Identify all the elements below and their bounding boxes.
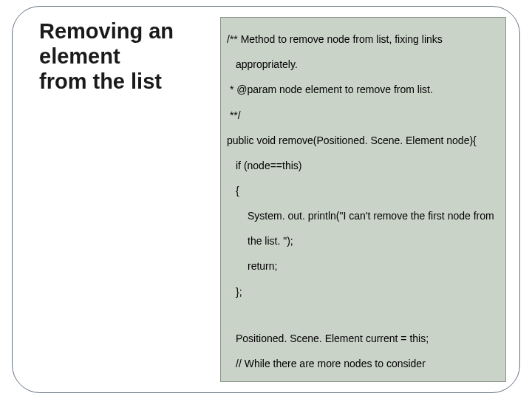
code-line: **/ bbox=[227, 109, 499, 122]
slide-frame: Removing an element from the list /** Me… bbox=[12, 6, 520, 393]
code-block: /** Method to remove node from list, fix… bbox=[227, 21, 499, 382]
code-line: * @param node element to remove from lis… bbox=[227, 83, 499, 96]
code-box: /** Method to remove node from list, fix… bbox=[220, 17, 506, 382]
content-row: Removing an element from the list /** Me… bbox=[26, 17, 506, 382]
code-line: /** Method to remove node from list, fix… bbox=[227, 33, 499, 46]
code-line: Positioned. Scene. Element current = thi… bbox=[227, 332, 499, 345]
title-line-1: Removing an bbox=[39, 18, 220, 44]
code-line: System. out. println("I can't remove the… bbox=[227, 210, 499, 222]
code-line: appropriately. bbox=[227, 58, 499, 71]
slide: Removing an element from the list /** Me… bbox=[0, 0, 532, 399]
title-line-2: element bbox=[39, 44, 220, 69]
code-line: }; bbox=[227, 286, 499, 299]
code-line: return; bbox=[227, 260, 499, 273]
slide-title: Removing an element from the list bbox=[26, 17, 220, 95]
code-line: if (node==this) bbox=[227, 160, 499, 172]
title-line-3: from the list bbox=[39, 69, 220, 94]
code-line: { bbox=[227, 185, 499, 197]
code-line: // While there are more nodes to conside… bbox=[227, 358, 499, 370]
blank-line bbox=[227, 311, 499, 320]
code-line: public void remove(Positioned. Scene. El… bbox=[227, 134, 499, 147]
code-line: the list. "); bbox=[227, 235, 499, 248]
